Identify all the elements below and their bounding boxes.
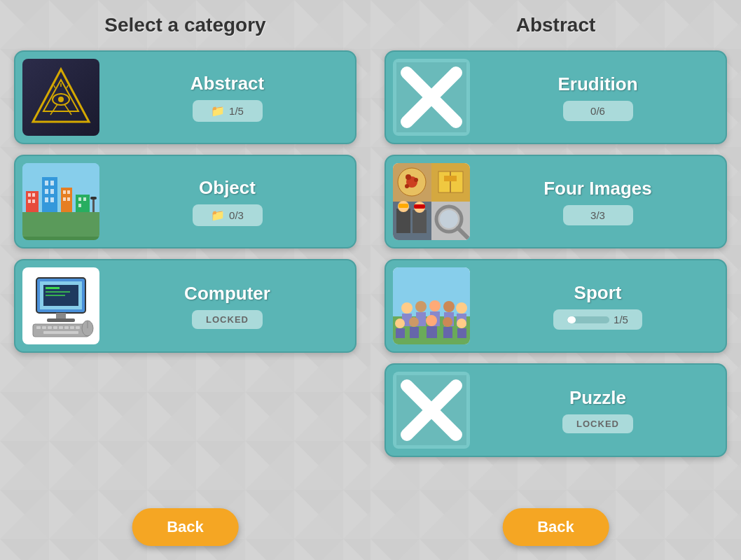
card-badge-erudition: 0/6: [563, 101, 633, 121]
folder-icon-object: 📁: [211, 209, 225, 222]
right-panel-content: Abstract Erudition 0/6: [370, 0, 741, 513]
svg-rect-44: [46, 291, 70, 293]
svg-rect-29: [61, 188, 72, 212]
card-badge-computer: LOCKED: [192, 310, 263, 329]
svg-rect-37: [78, 204, 81, 207]
card-title-abstract: Abstract: [191, 73, 264, 94]
svg-rect-36: [83, 197, 86, 201]
card-image-abstract: [22, 59, 99, 136]
svg-rect-23: [45, 181, 48, 186]
right-back-button[interactable]: Back: [502, 508, 609, 546]
right-panel: Abstract Erudition 0/6: [370, 0, 741, 560]
card-title-erudition: Erudition: [558, 74, 637, 95]
svg-rect-39: [90, 197, 97, 200]
card-badge-object: 📁 0/3: [193, 204, 263, 226]
svg-rect-48: [33, 324, 89, 337]
svg-rect-80: [396, 209, 410, 233]
svg-rect-109: [443, 327, 452, 338]
category-card-sport[interactable]: Sport 1/5: [385, 259, 727, 353]
svg-rect-16: [22, 212, 99, 237]
svg-rect-30: [63, 190, 66, 194]
category-card-erudition[interactable]: Erudition 0/6: [385, 50, 727, 144]
card-info-erudition: Erudition 0/6: [477, 74, 719, 121]
svg-rect-43: [46, 287, 60, 289]
svg-rect-47: [47, 318, 75, 322]
svg-line-13: [50, 104, 57, 115]
svg-line-12: [54, 85, 55, 88]
svg-point-88: [440, 210, 458, 228]
card-badge-four-images: 3/3: [563, 205, 633, 225]
right-category-list: Erudition 0/6: [385, 50, 727, 457]
svg-point-100: [456, 302, 467, 314]
card-badge-puzzle: LOCKED: [562, 414, 633, 433]
card-info-puzzle: Puzzle LOCKED: [477, 387, 719, 433]
left-panel: Select a category: [0, 0, 370, 560]
svg-rect-38: [92, 198, 95, 212]
svg-point-92: [401, 302, 413, 314]
svg-rect-83: [413, 210, 427, 233]
svg-rect-78: [444, 176, 457, 181]
svg-rect-34: [76, 195, 90, 212]
svg-point-98: [443, 301, 455, 312]
svg-rect-111: [457, 328, 466, 338]
right-panel-title: Abstract: [385, 14, 727, 36]
card-info-four-images: Four Images 3/3: [477, 178, 719, 225]
svg-rect-54: [64, 326, 69, 329]
category-card-puzzle[interactable]: Puzzle LOCKED: [385, 363, 727, 457]
svg-line-11: [67, 85, 68, 88]
category-card-four-images[interactable]: Four Images 3/3: [385, 155, 727, 248]
svg-point-9: [58, 97, 64, 102]
svg-rect-31: [67, 190, 70, 194]
left-category-list: Abstract 📁 1/5: [14, 50, 356, 353]
left-panel-content: Select a category: [0, 0, 370, 409]
svg-rect-26: [50, 189, 54, 194]
svg-point-110: [457, 318, 466, 328]
card-info-object: Object 📁 0/3: [106, 177, 348, 226]
svg-rect-25: [45, 189, 48, 194]
svg-point-94: [415, 301, 427, 312]
svg-rect-52: [53, 326, 57, 329]
card-title-four-images: Four Images: [543, 178, 652, 200]
svg-rect-55: [70, 326, 74, 329]
svg-rect-19: [32, 193, 35, 197]
svg-rect-107: [427, 326, 437, 338]
card-info-sport: Sport 1/5: [477, 282, 719, 330]
card-title-object: Object: [199, 177, 256, 199]
category-card-computer[interactable]: Computer LOCKED: [14, 259, 356, 353]
card-image-computer: [22, 267, 99, 344]
svg-point-104: [409, 317, 419, 327]
svg-point-108: [443, 317, 452, 327]
card-image-object: [22, 163, 99, 240]
svg-point-106: [426, 315, 437, 326]
card-image-sport: [393, 267, 470, 344]
card-image-four-images: [393, 163, 470, 240]
category-card-object[interactable]: Object 📁 0/3: [14, 155, 356, 248]
svg-rect-51: [48, 326, 52, 329]
svg-rect-46: [56, 313, 66, 318]
card-badge-abstract: 📁 1/5: [193, 100, 263, 122]
svg-rect-49: [36, 326, 41, 329]
card-title-sport: Sport: [574, 282, 622, 304]
left-back-button[interactable]: Back: [132, 508, 239, 546]
svg-rect-21: [32, 200, 35, 203]
svg-rect-57: [43, 331, 78, 334]
svg-rect-35: [78, 197, 81, 201]
svg-rect-56: [76, 326, 80, 329]
svg-marker-6: [33, 69, 89, 122]
category-card-abstract[interactable]: Abstract 📁 1/5: [14, 50, 356, 144]
svg-point-102: [395, 318, 405, 328]
card-image-puzzle: [393, 372, 470, 449]
card-badge-sport: 1/5: [553, 309, 642, 330]
svg-rect-105: [410, 327, 419, 338]
card-info-abstract: Abstract 📁 1/5: [106, 73, 348, 122]
svg-rect-85: [414, 204, 425, 209]
folder-icon-abstract: 📁: [211, 104, 225, 118]
sport-progress-bar: [567, 316, 609, 323]
svg-rect-82: [399, 204, 408, 208]
svg-rect-33: [67, 197, 70, 201]
svg-rect-32: [63, 197, 66, 201]
svg-rect-22: [42, 177, 57, 212]
svg-point-73: [414, 178, 418, 182]
svg-rect-28: [50, 197, 54, 202]
card-info-computer: Computer LOCKED: [106, 283, 348, 329]
